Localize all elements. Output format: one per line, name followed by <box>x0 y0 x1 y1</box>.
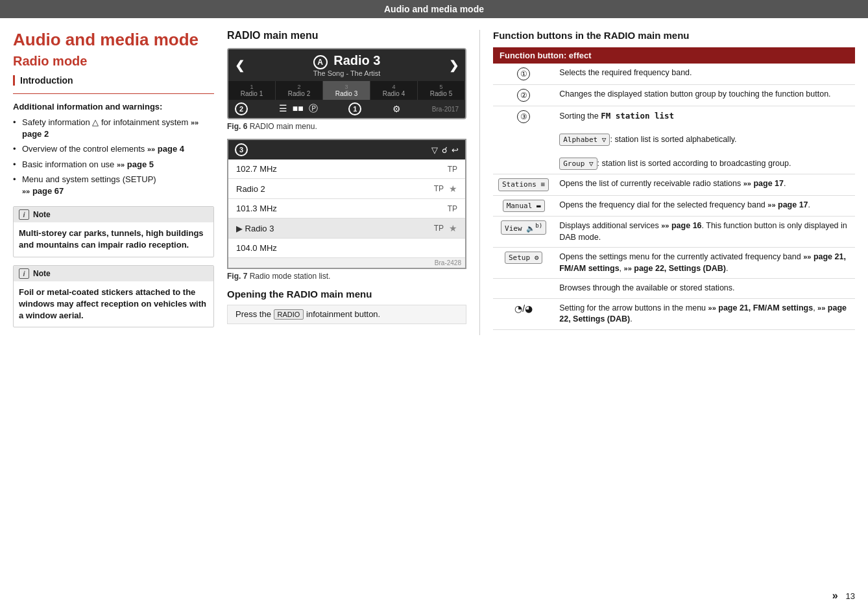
func-row-1: ① Selects the required frequency band. <box>493 64 855 85</box>
page-header: Audio and media mode <box>0 0 868 18</box>
dropdown-icon[interactable]: ▽ <box>431 145 438 155</box>
station-tp-3: TP <box>448 204 457 213</box>
search-icon[interactable]: ☌ <box>442 145 448 155</box>
note-label-2: Note <box>33 269 51 278</box>
section-title: Radio mode <box>13 54 214 69</box>
manual-btn: Manual ▬ <box>503 200 545 212</box>
func-row-setup: Setup ⚙ Opens the settings menu for the … <box>493 248 855 279</box>
preset-4[interactable]: 4 Radio 4 <box>370 81 418 100</box>
func-buttons-title: Function buttons in the RADIO main menu <box>493 30 855 41</box>
menu-icon[interactable]: ☰ <box>279 103 287 115</box>
press-text: Press the <box>235 309 271 319</box>
radio-next-btn[interactable]: ❯ <box>449 58 459 73</box>
func-row-manual: Manual ▬ Opens the frequency dial for th… <box>493 195 855 216</box>
press-text2: infotainment button. <box>306 309 380 319</box>
stations-icon[interactable]: ■■ <box>293 103 304 115</box>
radio-circle-2: 2 <box>235 102 248 115</box>
radio-song-info: The Song - The Artist <box>313 69 381 77</box>
circle-3: ③ <box>517 110 530 123</box>
bold-label: Additional information and warnings: <box>13 102 214 112</box>
func-label-manual: Manual ▬ <box>493 195 554 216</box>
preset-3[interactable]: 3 Radio 3 <box>323 81 370 100</box>
station-row-2[interactable]: Radio 2 TP ★ <box>228 179 465 199</box>
func-text-arrows: Setting for the arrow buttons in the men… <box>554 298 855 329</box>
page-number: 13 <box>846 591 855 601</box>
station-row-1[interactable]: 102.7 MHz TP <box>228 159 465 179</box>
note-box-2: i Note Foil or metal-coated stickers att… <box>13 265 214 328</box>
func-label-browse <box>493 279 554 299</box>
func-row-3: ③ Sorting the FM station list Alphabet ▽… <box>493 106 855 174</box>
info-icon-2: i <box>19 268 29 279</box>
list-item: Basic information on use »» page 5 <box>13 159 214 171</box>
func-text-view: Displays additional services »» page 16.… <box>554 217 855 248</box>
station-tp-1: TP <box>448 165 457 174</box>
station-list-controls: ▽ ☌ ↩ <box>431 145 459 155</box>
radio-circle-a: A <box>313 55 328 69</box>
settings-icon[interactable]: ⚙ <box>392 104 401 114</box>
opening-title: Opening the RADIO main menu <box>227 288 466 300</box>
note-body-2: Foil or metal-coated stickers attached t… <box>14 281 213 327</box>
page-title: Audio and media mode <box>13 30 214 50</box>
list-item: Safety information △ for infotainment sy… <box>13 117 214 140</box>
func-row-arrows: ◔/◕ Setting for the arrow buttons in the… <box>493 298 855 329</box>
func-label-setup: Setup ⚙ <box>493 248 554 279</box>
star-icon-4: ★ <box>449 223 457 233</box>
func-label-1: ① <box>493 64 554 85</box>
more-arrow: » <box>832 590 838 602</box>
func-text-2: Changes the displayed station button gro… <box>554 85 855 106</box>
arrow-circle-pair: ◔/◕ <box>514 303 533 314</box>
circle-2: ② <box>517 89 530 102</box>
fig7-caption: Fig. 7 Radio mode station list. <box>227 272 466 281</box>
left-column: Audio and media mode Radio mode Introduc… <box>13 30 227 335</box>
station-freq-1: 102.7 MHz <box>236 164 277 174</box>
station-freq-5: 104.0 MHz <box>236 243 277 253</box>
star-icon-2: ★ <box>449 183 457 194</box>
setup-btn: Setup ⚙ <box>505 252 542 264</box>
radio-main-menu-title: RADIO main menu <box>227 30 466 41</box>
station-tp-2: TP ★ <box>434 183 457 194</box>
note-body-1: Multi-storey car parks, tunnels, high bu… <box>14 222 213 256</box>
preset-1[interactable]: 1 Radio 1 <box>228 81 276 100</box>
func-table: ① Selects the required frequency band. ②… <box>493 64 855 330</box>
radio-bottom-row: 2 ☰ ■■ Ⓟ 1 ⚙ Bra-2017 <box>228 100 465 118</box>
media-icon[interactable]: Ⓟ <box>309 103 318 115</box>
radio-prev-btn[interactable]: ❮ <box>235 58 245 73</box>
func-row-browse: Browses through the available or stored … <box>493 279 855 299</box>
radio-controls: ☰ ■■ Ⓟ <box>279 103 318 115</box>
func-text-manual: Opens the frequency dial for the selecte… <box>554 195 855 216</box>
radio-top-bar: ❮ A Radio 3 The Song - The Artist ❯ <box>228 49 465 81</box>
intro-section-header: Introduction <box>13 75 214 86</box>
station-row-5[interactable]: 104.0 MHz <box>228 239 465 258</box>
station-row-4[interactable]: ▶ Radio 3 TP ★ <box>228 218 465 239</box>
func-text-setup: Opens the settings menu for the currentl… <box>554 248 855 279</box>
func-text-stations: Opens the list of currently receivable r… <box>554 174 855 195</box>
func-text-browse: Browses through the available or stored … <box>554 279 855 299</box>
station-freq-3: 101.3 MHz <box>236 204 277 213</box>
station-tp-4: TP ★ <box>434 223 457 233</box>
back-icon[interactable]: ↩ <box>452 145 459 155</box>
preset-2[interactable]: 2 Radio 2 <box>276 81 323 100</box>
func-label-stations: Stations ≡ <box>493 174 554 195</box>
opening-section: Opening the RADIO main menu Press the RA… <box>227 288 466 324</box>
preset-5[interactable]: 5 Radio 5 <box>418 81 465 100</box>
note-header-2: i Note <box>14 266 213 281</box>
note-label-1: Note <box>33 210 51 219</box>
station-row-3[interactable]: 101.3 MHz TP <box>228 199 465 218</box>
func-label-2: ② <box>493 85 554 106</box>
func-text-3: Sorting the FM station list Alphabet ▽: … <box>554 106 855 174</box>
radio-circle-1: 1 <box>348 102 361 115</box>
station-list-display: 3 ▽ ☌ ↩ 102.7 MHz TP Radio 2 <box>227 139 466 269</box>
bullet-list: Safety information △ for infotainment sy… <box>13 117 214 197</box>
func-row-stations: Stations ≡ Opens the list of currently r… <box>493 174 855 195</box>
radio-center: A Radio 3 The Song - The Artist <box>313 53 381 77</box>
radio-display: ❮ A Radio 3 The Song - The Artist ❯ 1 Ra… <box>227 48 466 119</box>
func-row-2: ② Changes the displayed station button g… <box>493 85 855 106</box>
press-radio-box: Press the RADIO infotainment button. <box>227 305 466 324</box>
func-label-3: ③ <box>493 106 554 174</box>
note-box-1: i Note Multi-storey car parks, tunnels, … <box>13 206 214 257</box>
station-freq-4: ▶ Radio 3 <box>236 224 274 233</box>
view-btn: View 🔈b) <box>501 220 546 235</box>
stations-btn: Stations ≡ <box>498 178 549 191</box>
func-table-header: Function button: effect <box>493 47 855 64</box>
bra-ref-2428: Bra-2428 <box>228 258 465 268</box>
